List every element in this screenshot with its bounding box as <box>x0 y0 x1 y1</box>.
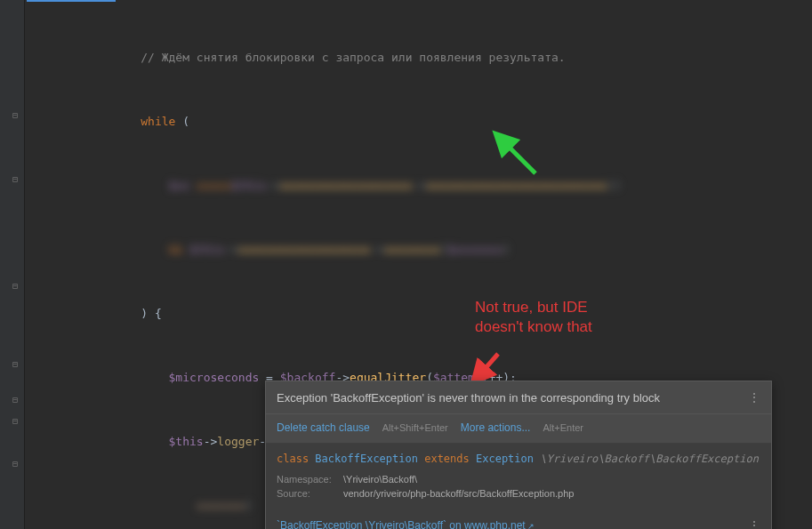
delete-catch-action[interactable]: Delete catch clause <box>277 421 370 434</box>
code-line: && $this->xxxxxxxxxxxxxxxxxxx->xxxxxxxx(… <box>25 239 812 260</box>
external-link-icon: ↗ <box>527 522 535 529</box>
fold-icon[interactable]: ⊟ <box>12 416 21 425</box>
code-line: $xx xxxxx$this->xxxxxxxxxxxxxxxxxxx->xxx… <box>25 175 812 196</box>
fold-icon[interactable]: ⊟ <box>12 281 21 290</box>
source-row: Source: vendor/yriveiro/php-backoff/src/… <box>277 488 760 499</box>
kebab-menu-icon[interactable]: ⋮ <box>748 390 760 405</box>
inspection-popup: Exception 'BackoffException' is never th… <box>265 381 772 529</box>
editor-gutter: ⊟ ⊟ ⊟ ⊟ ⊟ ⊟ ⊟ <box>0 0 25 529</box>
fold-icon[interactable]: ⊟ <box>12 359 21 368</box>
popup-title: Exception 'BackoffException' is never th… <box>277 391 660 405</box>
fold-icon[interactable]: ⊟ <box>12 395 21 404</box>
shortcut-hint: Alt+Enter <box>543 422 583 433</box>
fold-icon[interactable]: ⊟ <box>12 174 21 183</box>
class-signature: class BackoffException extends Exception… <box>277 453 760 465</box>
code-line: ) { <box>25 303 812 325</box>
code-line: // Ждём снятия блокировки с запроса или … <box>25 47 812 68</box>
more-actions-link[interactable]: More actions... <box>461 421 531 434</box>
phpnet-link[interactable]: `BackoffException \Yriveiro\Backoff` on … <box>277 519 535 529</box>
code-line: while ( <box>25 111 812 132</box>
shortcut-hint: Alt+Shift+Enter <box>382 422 448 433</box>
namespace-row: Namespace: \Yriveiro\Backoff\ <box>277 474 760 485</box>
kebab-menu-icon[interactable]: ⋮ <box>748 518 760 529</box>
fold-icon[interactable]: ⊟ <box>12 110 21 119</box>
fold-icon[interactable]: ⊟ <box>12 459 21 468</box>
